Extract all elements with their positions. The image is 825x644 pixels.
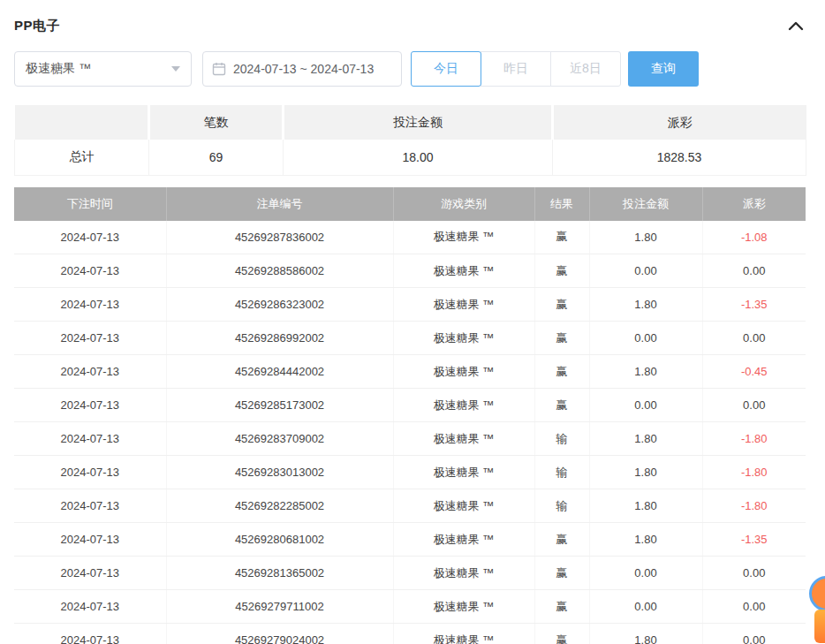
table-cell: -1.80	[702, 489, 806, 523]
column-header: 投注金额	[589, 187, 702, 221]
table-cell: 45269283709002	[166, 422, 393, 456]
table-cell: 极速糖果 ™	[393, 590, 534, 624]
report-panel: PP电子 极速糖果 ™ 2024-07-13 ~ 2	[0, 0, 825, 644]
table-row: 2024-07-1345269281365002极速糖果 ™赢0.000.00	[14, 557, 806, 590]
table-cell: 45269286323002	[166, 288, 393, 322]
today-button[interactable]: 今日	[411, 51, 481, 87]
table-cell: 0.00	[702, 557, 806, 590]
table-row: 2024-07-1345269282285002极速糖果 ™输1.80-1.80	[14, 489, 806, 523]
table-cell: 1.80	[589, 456, 702, 489]
table-row: 2024-07-1345269286992002极速糖果 ™赢0.000.00	[14, 322, 806, 355]
table-cell: 45269282285002	[166, 489, 393, 523]
table-cell: 0.00	[702, 322, 806, 355]
table-cell: 1.80	[589, 523, 702, 557]
table-cell: 极速糖果 ™	[393, 456, 534, 489]
table-row: 2024-07-1345269284442002极速糖果 ™赢1.80-0.45	[14, 355, 806, 389]
column-header: 结果	[534, 187, 589, 221]
bet-records-table: 下注时间注单编号游戏类别结果投注金额派彩 2024-07-13452692878…	[14, 187, 806, 644]
last8days-button[interactable]: 近8日	[550, 51, 621, 87]
table-row: 2024-07-1345269286323002极速糖果 ™赢1.80-1.35	[14, 288, 806, 322]
table-cell: 45269286992002	[166, 322, 393, 355]
table-cell: 2024-07-13	[14, 557, 166, 590]
table-cell: 2024-07-13	[14, 221, 166, 254]
table-cell: 1.80	[589, 624, 702, 644]
table-cell: 极速糖果 ™	[393, 322, 534, 355]
table-cell: 极速糖果 ™	[393, 557, 534, 590]
table-cell: 输	[534, 422, 589, 456]
summary-header-count: 笔数	[149, 105, 284, 140]
column-header: 注单编号	[166, 187, 393, 221]
table-row: 2024-07-1345269280681002极速糖果 ™赢1.80-1.35	[14, 523, 806, 557]
table-cell: -1.80	[702, 456, 806, 489]
filter-bar: 极速糖果 ™ 2024-07-13 ~ 2024-07-13 今日 昨日 近8日…	[14, 51, 806, 87]
calendar-icon	[212, 62, 226, 76]
table-header-row: 下注时间注单编号游戏类别结果投注金额派彩	[14, 187, 806, 221]
table-cell: 2024-07-13	[14, 288, 166, 322]
summary-header-bet-amount: 投注金额	[284, 105, 553, 140]
table-cell: 2024-07-13	[14, 489, 166, 523]
table-cell: 2024-07-13	[14, 422, 166, 456]
table-cell: 极速糖果 ™	[393, 389, 534, 422]
table-cell: 2024-07-13	[14, 389, 166, 422]
table-cell: 极速糖果 ™	[393, 288, 534, 322]
table-cell: 2024-07-13	[14, 523, 166, 557]
table-cell: 极速糖果 ™	[393, 489, 534, 523]
table-cell: 赢	[534, 355, 589, 389]
table-cell: 0.00	[702, 389, 806, 422]
table-cell: 2024-07-13	[14, 590, 166, 624]
table-cell: 0.00	[702, 624, 806, 644]
table-cell: 极速糖果 ™	[393, 355, 534, 389]
table-cell: 输	[534, 489, 589, 523]
table-cell: -1.35	[702, 288, 806, 322]
table-cell: 1.80	[589, 355, 702, 389]
table-cell: -1.35	[702, 523, 806, 557]
table-cell: 0.00	[702, 590, 806, 624]
table-cell: 45269284442002	[166, 355, 393, 389]
table-cell: 45269279024002	[166, 624, 393, 644]
panel-header: PP电子	[14, 12, 806, 39]
table-cell: 0.00	[589, 322, 702, 355]
table-body: 2024-07-1345269287836002极速糖果 ™赢1.80-1.08…	[14, 221, 806, 644]
table-cell: 45269283013002	[166, 456, 393, 489]
table-cell: 赢	[534, 288, 589, 322]
table-row: 2024-07-1345269288586002极速糖果 ™赢0.000.00	[14, 254, 806, 288]
table-cell: 赢	[534, 254, 589, 288]
table-cell: 45269279711002	[166, 590, 393, 624]
query-button[interactable]: 查询	[628, 51, 699, 87]
collapse-panel-button[interactable]	[786, 19, 806, 33]
table-cell: 45269287836002	[166, 221, 393, 254]
table-cell: 赢	[534, 523, 589, 557]
page-title: PP电子	[14, 18, 60, 34]
table-cell: -1.08	[702, 221, 806, 254]
table-cell: 极速糖果 ™	[393, 422, 534, 456]
table-cell: 45269281365002	[166, 557, 393, 590]
table-cell: 1.80	[589, 221, 702, 254]
table-cell: 1.80	[589, 288, 702, 322]
table-cell: 极速糖果 ™	[393, 523, 534, 557]
table-row: 2024-07-1345269285173002极速糖果 ™赢0.000.00	[14, 389, 806, 422]
table-cell: 赢	[534, 624, 589, 644]
table-cell: 0.00	[589, 590, 702, 624]
game-select-value: 极速糖果 ™	[26, 61, 91, 77]
table-cell: -1.80	[702, 422, 806, 456]
summary-total-label: 总计	[15, 140, 149, 175]
activity-float-icon[interactable]	[814, 610, 825, 643]
table-cell: -0.45	[702, 355, 806, 389]
table-row: 2024-07-1345269283013002极速糖果 ™输1.80-1.80	[14, 456, 806, 489]
table-cell: 极速糖果 ™	[393, 624, 534, 644]
summary-table: 笔数 投注金额 派彩 总计 69 18.00 1828.53	[14, 105, 806, 176]
table-cell: 赢	[534, 557, 589, 590]
summary-total-row: 总计 69 18.00 1828.53	[15, 140, 806, 175]
table-cell: 赢	[534, 221, 589, 254]
game-select[interactable]: 极速糖果 ™	[14, 51, 192, 87]
table-cell: 极速糖果 ™	[393, 221, 534, 254]
table-cell: 0.00	[589, 254, 702, 288]
table-cell: 45269285173002	[166, 389, 393, 422]
table-cell: 0.00	[589, 389, 702, 422]
chevron-up-icon	[788, 20, 804, 31]
table-cell: 极速糖果 ™	[393, 254, 534, 288]
summary-total-payout: 1828.53	[553, 140, 806, 175]
date-range-picker[interactable]: 2024-07-13 ~ 2024-07-13	[202, 51, 402, 87]
table-cell: 赢	[534, 322, 589, 355]
yesterday-button[interactable]: 昨日	[481, 51, 551, 87]
